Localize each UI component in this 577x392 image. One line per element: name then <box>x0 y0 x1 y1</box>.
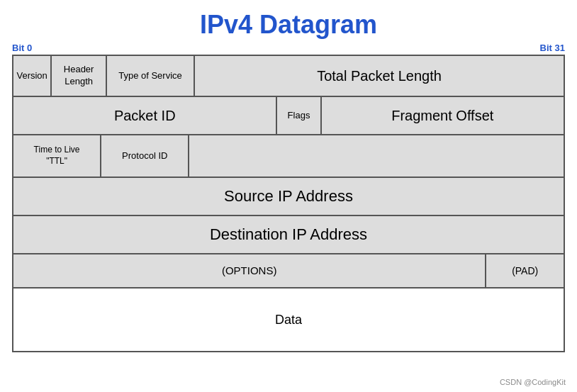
row-3: Time to Live "TTL" Protocol ID <box>13 135 564 178</box>
row-1: Version Header Length Type of Service To… <box>13 56 564 97</box>
row-2: Packet ID Flags Fragment Offset <box>13 97 564 135</box>
bit-left-label: Bit 0 <box>12 43 32 53</box>
row-5: Destination IP Address <box>13 216 564 254</box>
cell-data: Data <box>275 313 302 327</box>
cell-options: (OPTIONS) <box>13 254 486 287</box>
ipv4-diagram: Version Header Length Type of Service To… <box>12 55 565 289</box>
cell-destination-ip: Destination IP Address <box>13 216 564 253</box>
cell-tos: Type of Service <box>107 56 195 96</box>
row-4: Source IP Address <box>13 178 564 216</box>
bit-right-label: Bit 31 <box>540 43 565 53</box>
page-title: IPv4 Datagram <box>200 10 377 40</box>
cell-flags: Flags <box>277 97 321 134</box>
cell-ttl: Time to Live "TTL" <box>13 135 101 177</box>
cell-pad: (PAD) <box>486 254 564 287</box>
cell-fragment-offset: Fragment Offset <box>322 97 564 134</box>
row-6: (OPTIONS) (PAD) <box>13 254 564 289</box>
page: IPv4 Datagram Bit 0 Bit 31 Version Heade… <box>0 0 577 392</box>
cell-version: Version <box>13 56 52 96</box>
row-data: Data <box>12 289 565 352</box>
bit-labels: Bit 0 Bit 31 <box>12 43 565 53</box>
cell-total-packet-length: Total Packet Length <box>195 56 564 96</box>
cell-packet-id: Packet ID <box>13 97 277 134</box>
watermark: CSDN @CodingKit <box>500 378 566 386</box>
cell-checksum <box>189 135 564 177</box>
cell-source-ip: Source IP Address <box>13 178 564 215</box>
cell-header-length: Header Length <box>52 56 107 96</box>
cell-protocol-id: Protocol ID <box>101 135 189 177</box>
